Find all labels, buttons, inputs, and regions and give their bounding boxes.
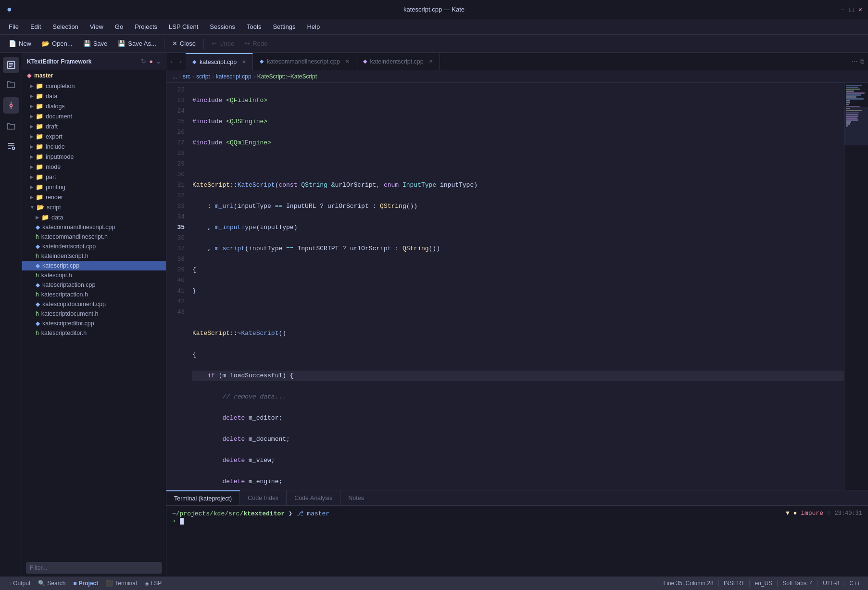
folder-document[interactable]: ▶ 📁 document bbox=[22, 111, 166, 121]
menu-go[interactable]: Go bbox=[110, 21, 128, 32]
bottom-tab-code-index[interactable]: Code Index bbox=[240, 490, 287, 505]
status-encoding[interactable]: UTF-8 bbox=[820, 580, 842, 587]
folder-printing[interactable]: ▶ 📁 printing bbox=[22, 182, 166, 192]
folder-icon: 📁 bbox=[36, 163, 43, 170]
folder-render[interactable]: ▶ 📁 render bbox=[22, 192, 166, 202]
bottom-tab-code-analysis[interactable]: Code Analysis bbox=[287, 490, 340, 505]
filetree-scroll[interactable]: ▶ 📁 completion ▶ 📁 data ▶ 📁 dialogs ▶ 📁 … bbox=[22, 81, 166, 559]
activity-symbols-icon[interactable] bbox=[3, 138, 19, 154]
folder-draft[interactable]: ▶ 📁 draft bbox=[22, 121, 166, 131]
folder-completion[interactable]: ▶ 📁 completion bbox=[22, 81, 166, 91]
undo-button[interactable]: ↩ Undo bbox=[207, 38, 239, 49]
tab-close-btn[interactable]: ✕ bbox=[345, 59, 349, 64]
status-syntax[interactable]: C++ bbox=[846, 580, 863, 587]
tab-nav-forward[interactable]: › bbox=[176, 53, 186, 70]
filter-input[interactable] bbox=[26, 562, 162, 574]
tab-katecommandlinescript-cpp[interactable]: ◆ katecommandlinescript.cpp ✕ bbox=[253, 53, 356, 70]
maximize-icon[interactable]: □ bbox=[849, 6, 853, 13]
filetree-header: KTextEditor Framework ↻ ● ⌄ bbox=[22, 53, 166, 70]
menu-sessions[interactable]: Sessions bbox=[205, 21, 240, 32]
status-line-col[interactable]: Line 35, Column 28 bbox=[661, 580, 717, 587]
bottom-tab-terminal[interactable]: Terminal (kateproject) bbox=[166, 490, 240, 505]
save-button[interactable]: 💾 Save bbox=[78, 38, 113, 49]
tab-kateindentscript-cpp[interactable]: ◆ kateindentscript.cpp ✕ bbox=[356, 53, 440, 70]
menubar: File Edit Selection View Go Projects LSP… bbox=[0, 19, 868, 35]
status-terminal[interactable]: ⬛ Terminal bbox=[103, 580, 139, 587]
file-katescriptaction-h[interactable]: h katescriptaction.h bbox=[22, 290, 166, 299]
file-katescriptdocument-h[interactable]: h katescriptdocument.h bbox=[22, 309, 166, 319]
file-katescript-h[interactable]: h katescript.h bbox=[22, 270, 166, 280]
new-button[interactable]: 📄 New bbox=[4, 38, 36, 49]
filetree-warning-icon[interactable]: ● bbox=[149, 58, 153, 65]
cpp-file-icon: ◆ bbox=[36, 224, 40, 231]
tab-menu-icon[interactable]: ⋯ bbox=[852, 58, 858, 65]
menu-tools[interactable]: Tools bbox=[242, 21, 266, 32]
folder-script[interactable]: ▼ 📂 script bbox=[22, 202, 166, 212]
terminal-time: 23:40:31 bbox=[834, 510, 862, 517]
h-file-icon: h bbox=[36, 272, 39, 279]
file-katecommandlinescript-cpp[interactable]: ◆ katecommandlinescript.cpp bbox=[22, 222, 166, 232]
terminal-content[interactable]: ~/projects/kde/src/ktexteditor ❯ ⎇ maste… bbox=[166, 506, 868, 577]
tab-nav-back[interactable]: ‹ bbox=[166, 53, 176, 70]
close-button[interactable]: ✕ Close bbox=[167, 38, 201, 49]
breadcrumb-file[interactable]: katescript.cpp bbox=[216, 73, 252, 80]
breadcrumb-script[interactable]: script bbox=[196, 73, 210, 80]
status-tabs[interactable]: Soft Tabs: 4 bbox=[780, 580, 816, 587]
status-lsp-icon: ◈ bbox=[145, 580, 149, 587]
redo-button[interactable]: ↪ Redo bbox=[240, 38, 272, 49]
code-content[interactable]: #include <QFileInfo> #include <QJSEngine… bbox=[187, 83, 844, 490]
folder-script-data[interactable]: ▶ 📁 data bbox=[22, 212, 166, 222]
folder-include[interactable]: ▶ 📁 include bbox=[22, 141, 166, 152]
menu-settings[interactable]: Settings bbox=[268, 21, 300, 32]
status-mode[interactable]: INSERT bbox=[721, 580, 748, 587]
folder-inputmode[interactable]: ▶ 📁 inputmode bbox=[22, 152, 166, 162]
folder-dialogs[interactable]: ▶ 📁 dialogs bbox=[22, 101, 166, 111]
file-kateindentscript-h[interactable]: h kateindentscript.h bbox=[22, 251, 166, 261]
file-katescripteditor-h[interactable]: h katescripteditor.h bbox=[22, 328, 166, 338]
activity-folder-icon[interactable] bbox=[3, 117, 19, 134]
folder-export[interactable]: ▶ 📁 export bbox=[22, 131, 166, 141]
file-katescript-cpp[interactable]: ◆ katescript.cpp bbox=[22, 261, 166, 270]
breadcrumb-dots[interactable]: ... bbox=[172, 73, 177, 80]
file-katescriptaction-cpp[interactable]: ◆ katescriptaction.cpp bbox=[22, 280, 166, 290]
activity-document-icon[interactable] bbox=[3, 57, 19, 73]
status-lsp[interactable]: ◈ LSP bbox=[142, 580, 165, 587]
status-lang[interactable]: en_US bbox=[752, 580, 775, 587]
arrow-icon: ▶ bbox=[30, 174, 34, 180]
file-katecommandlinescript-h[interactable]: h katecommandlinescript.h bbox=[22, 232, 166, 242]
split-editor-icon[interactable]: ⧉ bbox=[860, 58, 864, 65]
h-file-icon: h bbox=[36, 253, 39, 259]
menu-selection[interactable]: Selection bbox=[48, 21, 83, 32]
menu-file[interactable]: File bbox=[4, 21, 24, 32]
folder-mode[interactable]: ▶ 📁 mode bbox=[22, 162, 166, 172]
menu-lsp-client[interactable]: LSP Client bbox=[164, 21, 203, 32]
menu-view[interactable]: View bbox=[85, 21, 108, 32]
file-katescriptdocument-cpp[interactable]: ◆ katescriptdocument.cpp bbox=[22, 299, 166, 309]
minimize-icon[interactable]: − bbox=[841, 6, 844, 13]
svg-point-8 bbox=[12, 147, 14, 150]
open-button[interactable]: 📂 Open... bbox=[37, 38, 77, 49]
file-katescripteditor-cpp[interactable]: ◆ katescripteditor.cpp bbox=[22, 319, 166, 328]
activity-filetree-icon[interactable] bbox=[3, 77, 19, 93]
status-project[interactable]: ■ Project bbox=[70, 580, 101, 587]
tab-close-btn[interactable]: ✕ bbox=[429, 59, 433, 64]
status-search[interactable]: 🔍 Search bbox=[35, 580, 68, 587]
menu-projects[interactable]: Projects bbox=[130, 21, 162, 32]
tab-katescript-cpp[interactable]: ◆ katescript.cpp ✕ bbox=[186, 53, 253, 70]
tab-close-btn[interactable]: ✕ bbox=[242, 59, 246, 64]
activity-git-icon[interactable] bbox=[3, 97, 19, 114]
menu-help[interactable]: Help bbox=[302, 21, 325, 32]
breadcrumb-src[interactable]: src bbox=[183, 73, 190, 80]
bottom-tab-notes[interactable]: Notes bbox=[340, 490, 372, 505]
status-output[interactable]: □ Output bbox=[5, 580, 33, 587]
folder-part[interactable]: ▶ 📁 part bbox=[22, 172, 166, 182]
close-icon[interactable]: × bbox=[858, 6, 862, 13]
saveas-button[interactable]: 💾 Save As... bbox=[113, 38, 161, 49]
menu-edit[interactable]: Edit bbox=[25, 21, 46, 32]
close-doc-icon: ✕ bbox=[172, 40, 177, 47]
file-kateindentscript-cpp[interactable]: ◆ kateindentscript.cpp bbox=[22, 242, 166, 251]
filetree-collapse-icon[interactable]: ⌄ bbox=[156, 58, 161, 65]
folder-data[interactable]: ▶ 📁 data bbox=[22, 91, 166, 101]
cpp-file-icon: ◆ bbox=[36, 262, 40, 269]
filetree-refresh-icon[interactable]: ↻ bbox=[141, 58, 146, 65]
